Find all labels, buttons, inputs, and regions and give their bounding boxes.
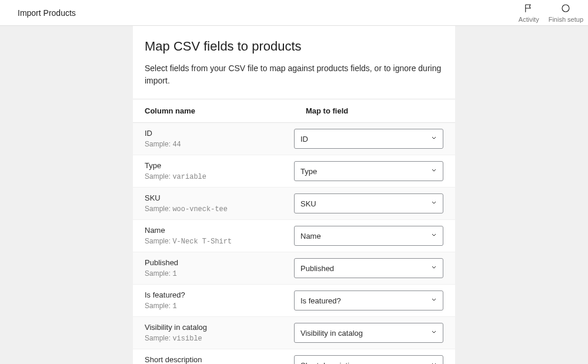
sample-value: V-Neck T-Shirt [172,238,232,246]
column-name: Type [145,161,294,170]
activity-button[interactable]: Activity [519,3,539,23]
column-name: ID [145,129,294,138]
mapping-row: Visibility in catalogSample: visibleVisi… [133,317,455,349]
column-sample: Sample: woo-vneck-tee [145,205,294,213]
map-field-cell: Name [294,226,443,246]
column-info: IDSample: 44 [145,129,294,149]
map-field-cell: Published [294,258,443,278]
mapping-row: IDSample: 44ID [133,123,455,155]
topbar: Import Products Activity Finish setup [0,0,588,26]
mapping-table-header: Column name Map to field [133,99,455,123]
finish-setup-label: Finish setup [549,16,583,23]
column-info: TypeSample: variable [145,161,294,181]
map-to-field-select[interactable]: SKU [294,193,443,213]
mapping-row: Is featured?Sample: 1Is featured? [133,285,455,317]
sample-value: 44 [172,141,181,149]
map-field-cell: SKU [294,193,443,213]
activity-label: Activity [519,16,539,23]
map-to-field-select[interactable]: Name [294,226,443,246]
map-to-field-select[interactable]: ID [294,129,443,149]
map-to-field-select[interactable]: Type [294,161,443,181]
column-sample: Sample: 1 [145,269,294,278]
panel-description: Select fields from your CSV file to map … [145,62,443,87]
sample-value: variable [172,173,206,181]
map-select-wrap: SKU [294,193,443,213]
mapping-row: TypeSample: variableType [133,155,455,188]
column-name: Short description [145,355,294,364]
map-field-cell: Type [294,161,443,181]
sample-prefix: Sample: [145,237,171,245]
svg-point-0 [562,5,569,12]
mapping-row: Short descriptionSample: This is a varia… [133,349,455,364]
topbar-actions: Activity Finish setup [519,3,583,23]
map-field-cell: Short description [294,355,443,364]
mapping-row: SKUSample: woo-vneck-teeSKU [133,188,455,220]
column-sample: Sample: visible [145,334,294,343]
circle-icon [560,3,571,15]
column-info: PublishedSample: 1 [145,258,294,278]
map-field-cell: Is featured? [294,290,443,310]
column-info: Visibility in catalogSample: visible [145,323,294,343]
column-info: SKUSample: woo-vneck-tee [145,193,294,213]
map-select-wrap: Published [294,258,443,278]
column-name: SKU [145,193,294,202]
map-to-field-select[interactable]: Published [294,258,443,278]
map-select-wrap: ID [294,129,443,149]
sample-prefix: Sample: [145,205,171,213]
sample-prefix: Sample: [145,269,171,278]
column-info: Is featured?Sample: 1 [145,290,294,310]
map-select-wrap: Name [294,226,443,246]
panel-title: Map CSV fields to products [145,39,443,54]
map-to-field-select[interactable]: Short description [294,355,443,364]
sample-prefix: Sample: [145,334,171,342]
column-sample: Sample: V-Neck T-Shirt [145,237,294,246]
page-title: Import Products [18,8,76,18]
panel-header: Map CSV fields to products Select fields… [133,26,455,99]
mapping-rows: IDSample: 44IDTypeSample: variableTypeSK… [133,123,455,364]
sample-value: visible [172,335,202,343]
map-field-cell: Visibility in catalog [294,323,443,343]
map-select-wrap: Is featured? [294,290,443,310]
column-info: NameSample: V-Neck T-Shirt [145,226,294,246]
map-to-field-select[interactable]: Visibility in catalog [294,323,443,343]
column-name: Is featured? [145,290,294,299]
sample-value: 1 [172,302,176,310]
mapping-row: NameSample: V-Neck T-ShirtName [133,220,455,252]
column-name: Name [145,226,294,235]
map-to-field-select[interactable]: Is featured? [294,290,443,310]
flag-icon [523,3,534,15]
finish-setup-button[interactable]: Finish setup [549,3,583,23]
map-select-wrap: Visibility in catalog [294,323,443,343]
column-sample: Sample: variable [145,172,294,181]
sample-prefix: Sample: [145,140,171,148]
column-sample: Sample: 1 [145,302,294,310]
sample-prefix: Sample: [145,172,171,181]
column-info: Short descriptionSample: This is a varia… [145,355,294,364]
sample-value: 1 [172,270,176,278]
map-select-wrap: Type [294,161,443,181]
mapping-row: PublishedSample: 1Published [133,252,455,285]
main-panel: Map CSV fields to products Select fields… [133,26,455,364]
column-name: Published [145,258,294,267]
column-name: Visibility in catalog [145,323,294,332]
header-map-to-field: Map to field [294,99,455,122]
sample-value: woo-vneck-tee [172,205,228,213]
map-field-cell: ID [294,129,443,149]
header-column-name: Column name [133,99,294,122]
column-sample: Sample: 44 [145,140,294,149]
map-select-wrap: Short description [294,355,443,364]
sample-prefix: Sample: [145,302,171,310]
